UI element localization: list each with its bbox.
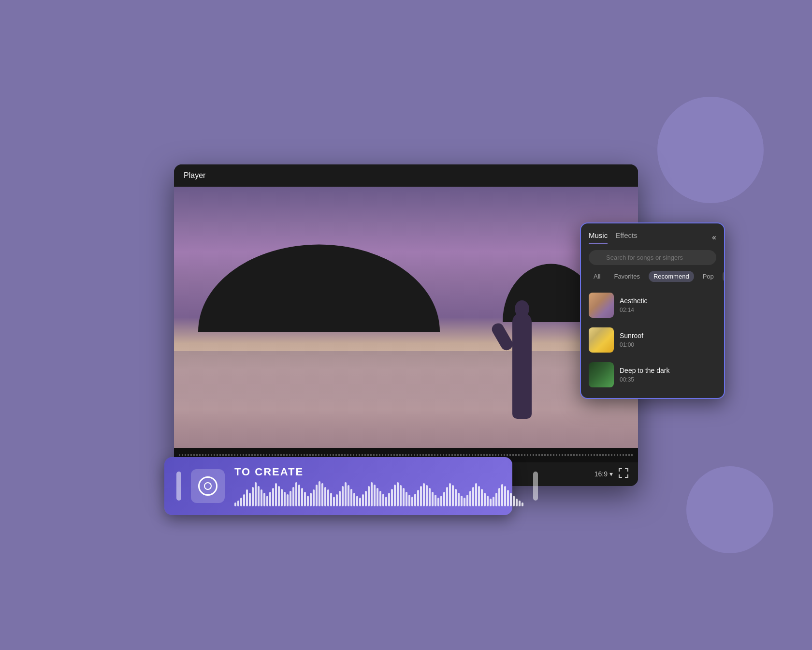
waveform-bar (400, 485, 402, 506)
waveform-bar (246, 489, 248, 506)
thumb-dark-image (589, 362, 614, 387)
search-wrapper: 🔍 (589, 250, 716, 265)
panel-close-button[interactable]: « (712, 233, 716, 242)
filter-more-dropdown[interactable]: ▾ (723, 271, 725, 282)
audio-bar: TO CREATE (164, 457, 512, 515)
waveform-bar (394, 485, 396, 506)
waveform-bar (484, 493, 486, 506)
island-left (198, 225, 440, 332)
music-panel-tabs: Music Effects (589, 231, 638, 244)
waveform-bar (374, 485, 376, 506)
music-circle-icon (198, 476, 218, 496)
thumb-aesthetic-image (589, 293, 614, 318)
waveform-bar (406, 492, 407, 506)
waveform-bar (449, 483, 451, 506)
aspect-ratio-button[interactable]: 16:9 ▾ (594, 470, 613, 478)
waveform-bar (330, 493, 332, 506)
waveform-bar (368, 486, 370, 506)
waveform-bar (423, 483, 425, 506)
audio-right-handle[interactable] (533, 472, 538, 501)
waveform-bar (510, 493, 512, 506)
waveform-bar (298, 485, 300, 506)
tab-music[interactable]: Music (589, 231, 608, 244)
song-item-sunroof[interactable]: Sunroof 01:00 (585, 323, 720, 357)
song-info-sunroof: Sunroof 01:00 (620, 332, 716, 348)
waveform-bar (304, 492, 306, 506)
waveform-bar (345, 482, 347, 506)
audio-left-handle[interactable] (176, 472, 181, 501)
waveform-bar (519, 501, 521, 506)
waveform-bar (362, 494, 364, 506)
waveform-bar (417, 490, 419, 506)
waveform-bar (490, 499, 492, 506)
waveform-bar (504, 486, 506, 506)
player-window: Player 16:9 (174, 164, 638, 486)
filter-all[interactable]: All (589, 271, 605, 282)
waveform-bar (408, 495, 410, 506)
waveform-bar (339, 491, 341, 506)
waveform-bar (324, 487, 326, 506)
waveform-bar (275, 483, 277, 506)
waveform-bar (243, 494, 245, 506)
waveform-bar (292, 487, 294, 506)
main-container: Player 16:9 (135, 74, 677, 576)
fullscreen-button[interactable] (619, 468, 628, 480)
beach-scene (174, 187, 638, 448)
waveform-bar (252, 487, 254, 506)
woman-head (515, 300, 529, 317)
waveform-bar (435, 495, 436, 506)
song-item-deep[interactable]: Deep to the dark 00:35 (585, 357, 720, 392)
thumb-sunroof-image (589, 327, 614, 353)
waveform-bar (495, 493, 497, 506)
filter-pop[interactable]: Pop (698, 271, 719, 282)
waveform-bar (237, 501, 239, 506)
waveform-bar (507, 490, 509, 506)
waveform-bar (397, 482, 399, 506)
waveform-bar (493, 497, 494, 506)
waveform-bar (350, 489, 352, 506)
waveform-bar (440, 496, 442, 506)
woman-silhouette (503, 283, 541, 419)
waveform-bar (455, 489, 457, 506)
waveform-bar (478, 486, 480, 506)
waveform-bar (371, 482, 373, 506)
tab-effects[interactable]: Effects (615, 231, 638, 244)
filter-recommend[interactable]: Recommend (649, 271, 694, 282)
waveform-bar (501, 484, 503, 506)
woman-arm (490, 321, 515, 352)
song-title-sunroof: Sunroof (620, 332, 716, 340)
music-panel: Music Effects « 🔍 All Favorites Recommen… (580, 222, 725, 399)
waveform-bar (348, 485, 349, 506)
song-duration-deep: 00:35 (620, 376, 716, 383)
waveform-bar (313, 489, 315, 506)
waveform-bar (365, 491, 367, 506)
waveform-bar (258, 486, 260, 506)
waveform-bar (336, 494, 338, 506)
song-info-aesthetic: Aesthetic 02:14 (620, 297, 716, 313)
player-titlebar: Player (174, 164, 638, 187)
search-container: 🔍 (581, 244, 724, 271)
waveform-bar (522, 502, 523, 506)
filter-favorites[interactable]: Favorites (609, 271, 644, 282)
waveform-bar (443, 492, 445, 506)
woman-body (512, 312, 532, 419)
search-input[interactable] (589, 250, 716, 265)
waveform-bar (458, 493, 460, 506)
waveform-bar (452, 485, 454, 506)
song-thumbnail-deep (589, 362, 614, 387)
waveform-bar (316, 485, 318, 506)
waveform-bar (319, 481, 320, 506)
waveform-bar (301, 488, 303, 506)
waveform-bar (263, 493, 265, 506)
song-item-aesthetic[interactable]: Aesthetic 02:14 (585, 288, 720, 323)
bg-circle-bottom (686, 466, 773, 553)
player-title: Player (184, 171, 205, 180)
waveform-bar (446, 487, 448, 506)
waveform-bar (379, 491, 381, 506)
aspect-ratio-label: 16:9 (594, 470, 608, 478)
waveform-bar (426, 485, 428, 506)
waveform-bar (382, 494, 384, 506)
waveform-bar (261, 489, 262, 506)
timeline-track (179, 454, 633, 456)
waveform-bar (269, 492, 271, 506)
